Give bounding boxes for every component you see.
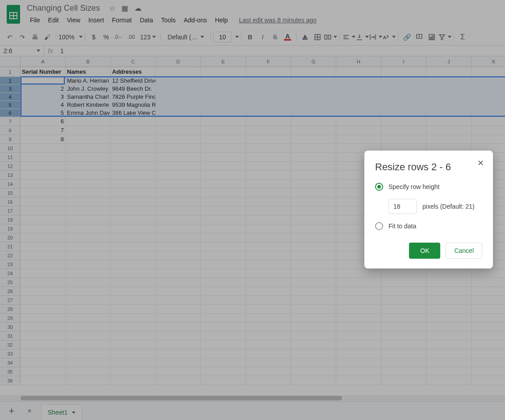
radio-fit-label[interactable]: Fit to data bbox=[388, 223, 416, 230]
resize-rows-dialog: ✕ Resize rows 2 - 6 Specify row height 1… bbox=[364, 151, 493, 269]
close-icon[interactable]: ✕ bbox=[474, 157, 487, 169]
radio-specify-label[interactable]: Specify row height bbox=[388, 183, 439, 190]
radio-fit-to-data[interactable] bbox=[375, 222, 383, 230]
row-height-hint: pixels (Default: 21) bbox=[422, 203, 475, 210]
ok-button[interactable]: OK bbox=[409, 243, 440, 259]
dialog-title: Resize rows 2 - 6 bbox=[375, 161, 482, 173]
row-height-input[interactable]: 18 bbox=[388, 199, 417, 214]
cancel-button[interactable]: Cancel bbox=[446, 243, 482, 259]
radio-specify-height[interactable] bbox=[375, 183, 383, 191]
